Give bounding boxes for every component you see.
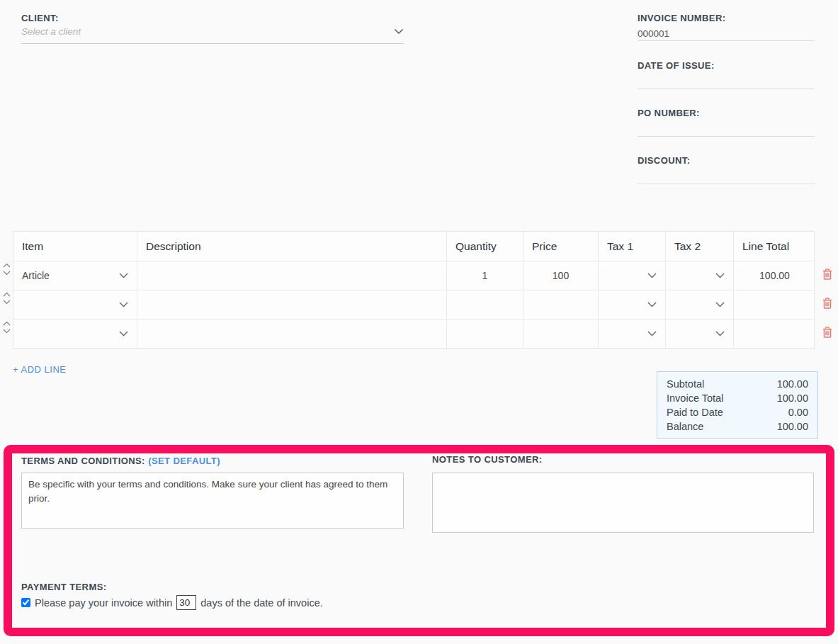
col-header-line-total: Line Total: [733, 232, 815, 261]
tax1-select[interactable]: [598, 320, 665, 348]
delete-row-button[interactable]: [822, 327, 832, 338]
payment-terms-checkbox[interactable]: [21, 598, 30, 607]
description-input[interactable]: [137, 261, 446, 290]
invoice-number-input[interactable]: [638, 27, 815, 41]
set-default-link[interactable]: (SET DEFAULT): [148, 456, 220, 466]
summary-label: Invoice Total: [667, 391, 723, 405]
summary-label: Paid to Date: [667, 405, 723, 419]
quantity-input[interactable]: [446, 290, 523, 319]
chevron-down-icon: [715, 302, 725, 307]
terms-label: TERMS AND CONDITIONS:: [21, 456, 145, 466]
description-input[interactable]: [137, 290, 446, 319]
quantity-input[interactable]: 1: [446, 261, 523, 290]
col-header-quantity: Quantity: [446, 232, 523, 261]
price-input[interactable]: 100: [523, 261, 598, 290]
delete-row-button[interactable]: [822, 298, 832, 309]
summary-balance-row: Balance 100.00: [667, 419, 808, 434]
tax2-select[interactable]: [665, 261, 733, 290]
table-row: [13, 319, 814, 348]
invoice-form: CLIENT: Select a client INVOICE NUMBER: …: [0, 0, 838, 644]
tax2-select[interactable]: [665, 290, 733, 319]
discount-label: DISCOUNT:: [638, 155, 690, 166]
payment-terms-text-after: days of the date of invoice.: [200, 597, 323, 609]
col-header-tax1: Tax 1: [598, 232, 665, 261]
move-down-icon[interactable]: [3, 300, 11, 305]
client-select-placeholder: Select a client: [21, 26, 81, 37]
chevron-down-icon: [715, 273, 725, 278]
description-input[interactable]: [137, 320, 446, 348]
chevron-down-icon: [715, 331, 725, 337]
price-input[interactable]: [523, 290, 598, 319]
row-move-controls[interactable]: [1, 292, 11, 305]
col-header-tax2: Tax 2: [665, 232, 733, 261]
col-header-price: Price: [523, 232, 598, 261]
chevron-down-icon: [647, 331, 657, 337]
notes-label: NOTES TO CUSTOMER:: [432, 454, 543, 465]
row-move-controls[interactable]: [1, 263, 11, 276]
table-row: [13, 290, 814, 319]
move-down-icon[interactable]: [3, 329, 11, 334]
move-up-icon[interactable]: [3, 321, 11, 326]
summary-value: 100.00: [777, 377, 808, 391]
payment-days-input[interactable]: [176, 595, 196, 610]
line-items-header-row: Item Description Quantity Price Tax 1 Ta…: [13, 232, 814, 261]
invoice-number-label: INVOICE NUMBER:: [638, 13, 725, 23]
terms-heading: TERMS AND CONDITIONS: (SET DEFAULT): [21, 454, 220, 467]
line-total-value: 100.00: [733, 261, 815, 290]
discount-input[interactable]: [638, 170, 815, 184]
chevron-down-icon: [119, 331, 128, 337]
summary-value: 0.00: [788, 405, 808, 419]
trash-icon: [822, 327, 832, 338]
summary-subtotal-row: Subtotal 100.00: [667, 377, 808, 391]
line-total-value: [733, 290, 815, 319]
move-down-icon[interactable]: [3, 271, 11, 276]
item-select-value: Article: [22, 270, 50, 281]
chevron-down-icon: [119, 302, 128, 307]
row-move-controls[interactable]: [1, 321, 11, 334]
price-input[interactable]: [523, 320, 598, 348]
delete-row-button[interactable]: [822, 269, 832, 280]
add-line-button[interactable]: + ADD LINE: [13, 364, 66, 375]
line-items-table: Item Description Quantity Price Tax 1 Ta…: [13, 231, 815, 349]
item-select[interactable]: Article: [13, 261, 137, 290]
summary-paid-to-date-row: Paid to Date 0.00: [667, 405, 808, 419]
item-select[interactable]: [13, 320, 137, 348]
payment-terms-label: PAYMENT TERMS:: [21, 582, 106, 592]
summary-label: Balance: [667, 419, 703, 434]
item-select[interactable]: [13, 290, 137, 319]
trash-icon: [822, 269, 832, 280]
date-of-issue-label: DATE OF ISSUE:: [638, 60, 715, 71]
move-up-icon[interactable]: [3, 292, 11, 297]
summary-invoice-total-row: Invoice Total 100.00: [667, 391, 808, 405]
col-header-description: Description: [137, 232, 446, 261]
po-number-label: PO NUMBER:: [638, 108, 700, 118]
chevron-down-icon: [394, 28, 404, 35]
invoice-summary: Subtotal 100.00 Invoice Total 100.00 Pai…: [657, 371, 818, 439]
date-of-issue-input[interactable]: [638, 75, 815, 89]
payment-terms-row: Please pay your invoice within days of t…: [21, 595, 323, 610]
po-number-input[interactable]: [638, 123, 815, 137]
notes-textarea[interactable]: [432, 473, 814, 533]
col-header-item: Item: [13, 232, 137, 261]
tax1-select[interactable]: [598, 290, 665, 319]
trash-icon: [822, 298, 832, 309]
line-total-value: [733, 320, 815, 348]
summary-value: 100.00: [777, 419, 808, 434]
client-select[interactable]: Select a client: [21, 20, 404, 44]
payment-terms-text-before: Please pay your invoice within: [35, 597, 172, 609]
tax1-select[interactable]: [598, 261, 665, 290]
tax2-select[interactable]: [665, 320, 733, 348]
summary-value: 100.00: [777, 391, 808, 405]
terms-textarea[interactable]: Be specific with your terms and conditio…: [21, 473, 404, 529]
chevron-down-icon: [119, 273, 128, 278]
summary-label: Subtotal: [667, 377, 704, 391]
chevron-down-icon: [647, 273, 657, 278]
quantity-input[interactable]: [446, 320, 523, 348]
table-row: Article 1 100 100.00: [13, 261, 814, 290]
move-up-icon[interactable]: [3, 263, 11, 268]
chevron-down-icon: [647, 302, 657, 307]
